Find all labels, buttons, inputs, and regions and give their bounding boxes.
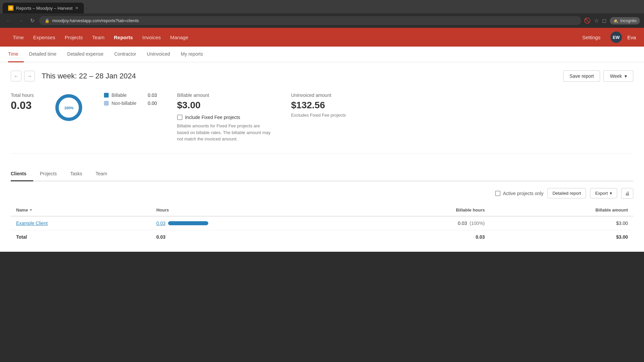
next-period-button[interactable]: →	[24, 71, 35, 81]
subnav-detailed-expense[interactable]: Detailed expense	[62, 47, 109, 62]
sort-icon: ▾	[30, 208, 32, 212]
nav-manage[interactable]: Manage	[165, 28, 193, 47]
billable-label: Billable	[111, 93, 145, 98]
billable-hours-value: 0.03	[148, 93, 157, 98]
donut-percent-symbol: %	[70, 106, 74, 110]
sub-navigation: Time Detailed time Detailed expense Cont…	[0, 47, 644, 62]
fixed-fee-note: Billable amounts for Fixed Fee projects …	[177, 123, 271, 142]
hours-bar-fill	[168, 221, 208, 225]
hours-cell: 0.03	[151, 216, 359, 230]
period-title: This week: 22 – 28 Jan 2024	[42, 72, 136, 80]
hours-bar-container	[168, 221, 208, 225]
browser-toolbar: ← → ↻ 🔒 moodjoy.harvestapp.com/reports?t…	[0, 13, 644, 28]
client-link[interactable]: Example Client	[16, 221, 48, 226]
non-billable-label: Non-billable	[111, 101, 145, 106]
prev-period-button[interactable]: ←	[11, 71, 21, 81]
hours-link[interactable]: 0.03	[156, 221, 165, 226]
nav-time[interactable]: Time	[8, 28, 29, 47]
settings-link[interactable]: Settings	[578, 28, 605, 47]
lock-icon: 🔒	[45, 18, 50, 23]
fixed-fee-row: Include Fixed Fee projects	[177, 115, 271, 120]
nav-projects[interactable]: Projects	[60, 28, 88, 47]
period-header: ← → This week: 22 – 28 Jan 2024 Save rep…	[11, 70, 633, 82]
tab-projects[interactable]: Projects	[33, 167, 64, 181]
nav-invoices[interactable]: Invoices	[138, 28, 165, 47]
eye-slash-icon: 🚫	[584, 17, 591, 24]
uninvoiced-amount-value: $132.56	[291, 100, 346, 111]
chevron-down-icon: ▾	[610, 191, 612, 196]
nav-expenses[interactable]: Expenses	[29, 28, 60, 47]
tab-favicon: H	[8, 5, 13, 11]
active-projects-filter: Active projects only	[495, 191, 544, 196]
browser-actions: 🚫 ☆ ◻ 🕵 Incognito	[584, 17, 640, 24]
totals-billable-amount-cell: $3.00	[490, 230, 633, 244]
billable-amount-value: $3.00	[177, 100, 271, 111]
table-tabs: Clients Projects Tasks Team	[11, 167, 633, 181]
tab-title: Reports – Moodjoy – Harvest	[16, 6, 72, 11]
tab-clients[interactable]: Clients	[11, 167, 33, 181]
tab-bar: H Reports – Moodjoy – Harvest ✕ +	[0, 0, 644, 13]
reload-button[interactable]: ↻	[28, 16, 37, 25]
browser-window: H Reports – Moodjoy – Harvest ✕ + ← → ↻ …	[0, 0, 644, 362]
tab-close-button[interactable]: ✕	[75, 6, 78, 10]
nav-right: Settings EW Eva	[578, 28, 636, 47]
name-column-header[interactable]: Name ▾	[11, 204, 151, 216]
billable-legend-item: Billable 0.03	[104, 93, 157, 98]
user-name: Eva	[627, 35, 636, 40]
save-report-button[interactable]: Save report	[563, 70, 600, 82]
bookmark-icon[interactable]: ☆	[594, 17, 599, 24]
app-container: Time Expenses Projects Team Reports Invo…	[0, 28, 644, 252]
fixed-fee-label: Include Fixed Fee projects	[185, 115, 240, 120]
export-label: Export	[595, 191, 608, 196]
incognito-icon: 🕵	[613, 18, 618, 23]
profile-icon[interactable]: ◻	[602, 17, 606, 24]
nav-team[interactable]: Team	[88, 28, 109, 47]
donut-percent: 100	[64, 106, 70, 110]
billable-dot	[104, 93, 109, 98]
print-button[interactable]: 🖨	[621, 188, 633, 199]
detailed-report-button[interactable]: Detailed report	[547, 188, 586, 198]
uninvoiced-note: Excludes Fixed Fee projects	[291, 113, 346, 118]
non-billable-dot	[104, 101, 109, 106]
table-body: Example Client 0.03 0.03	[11, 216, 633, 244]
forward-button[interactable]: →	[16, 16, 25, 25]
subnav-uninvoiced[interactable]: Uninvoiced	[142, 47, 175, 62]
active-tab[interactable]: H Reports – Moodjoy – Harvest ✕	[3, 3, 84, 13]
user-avatar: EW	[610, 32, 622, 43]
fixed-fee-checkbox[interactable]	[177, 115, 182, 120]
new-tab-button[interactable]: +	[85, 5, 88, 11]
table-row: Example Client 0.03 0.03	[11, 216, 633, 230]
donut-label: 100%	[64, 105, 73, 111]
total-hours-label: Total hours	[11, 93, 34, 98]
table-header-row: Name ▾ Hours Billable hours Billable amo…	[11, 204, 633, 216]
week-selector-button[interactable]: Week ▾	[603, 70, 633, 82]
subnav-contractor[interactable]: Contractor	[109, 47, 141, 62]
nav-reports[interactable]: Reports	[109, 28, 138, 47]
billable-amount-label: Billable amount	[177, 93, 271, 98]
tab-team[interactable]: Team	[89, 167, 114, 181]
total-hours-block: Total hours 0.03	[11, 93, 34, 112]
subnav-detailed-time[interactable]: Detailed time	[24, 47, 62, 62]
client-name-cell: Example Client	[11, 216, 151, 230]
billable-hours-cell: 0.03 (100%)	[359, 216, 490, 230]
subnav-my-reports[interactable]: My reports	[175, 47, 208, 62]
export-button[interactable]: Export ▾	[590, 188, 617, 198]
donut-chart: 100%	[54, 93, 84, 123]
active-projects-label: Active projects only	[503, 191, 544, 196]
clients-table: Name ▾ Hours Billable hours Billable amo…	[11, 204, 633, 244]
subnav-time[interactable]: Time	[8, 47, 24, 62]
incognito-badge: 🕵 Incognito	[610, 17, 640, 24]
hours-column-header: Hours	[151, 204, 359, 216]
period-navigation: ← → This week: 22 – 28 Jan 2024	[11, 71, 136, 81]
billable-hours-column-header: Billable hours	[359, 204, 490, 216]
tab-tasks[interactable]: Tasks	[63, 167, 89, 181]
week-label: Week	[610, 73, 622, 79]
period-actions: Save report Week ▾	[563, 70, 633, 82]
active-projects-checkbox[interactable]	[495, 191, 500, 196]
totals-label-cell: Total	[11, 230, 151, 244]
billable-amount-cell: $3.00	[490, 216, 633, 230]
table-controls: Active projects only Detailed report Exp…	[11, 188, 633, 199]
url-bar[interactable]: 🔒 moodjoy.harvestapp.com/reports?tab=cli…	[39, 16, 581, 25]
back-button[interactable]: ←	[4, 16, 13, 25]
url-text: moodjoy.harvestapp.com/reports?tab=clien…	[52, 18, 139, 23]
